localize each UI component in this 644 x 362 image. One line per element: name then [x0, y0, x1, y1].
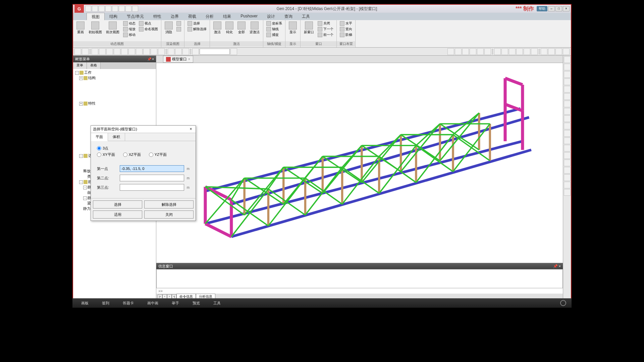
qb-tool13-icon[interactable]	[182, 48, 189, 55]
tab-pushover[interactable]: Pushover	[236, 13, 262, 20]
qb-r10-icon[interactable]	[516, 48, 523, 55]
tab-structure[interactable]: 结构	[105, 13, 122, 20]
rtb-19-icon[interactable]	[564, 189, 571, 196]
rtb-10-icon[interactable]	[564, 123, 571, 129]
ucs-button[interactable]: 坐标系	[265, 21, 283, 26]
info-close-icon[interactable]: ×	[559, 264, 561, 268]
zoom-button[interactable]: 缩放	[122, 26, 137, 32]
qb-tool10-icon[interactable]	[158, 48, 165, 55]
qb-tool2-icon[interactable]	[99, 48, 106, 55]
rtb-16-icon[interactable]	[564, 167, 571, 174]
dialog-close-button[interactable]: ×	[188, 127, 194, 132]
named-view-button[interactable]: 命名视图	[138, 26, 159, 32]
qb-r4-icon[interactable]	[470, 48, 476, 55]
dynamic-button[interactable]: 动态	[122, 21, 137, 26]
rtb-9-icon[interactable]	[564, 115, 571, 122]
tab-analysis[interactable]: 分析	[201, 13, 218, 20]
close-button[interactable]: ×	[563, 6, 570, 11]
initial-view-button[interactable]: 初始视图	[87, 21, 103, 35]
tab-query[interactable]: 查询	[280, 13, 297, 20]
input-point2[interactable]	[120, 175, 184, 181]
qb-r3-icon[interactable]	[462, 48, 469, 55]
qat-open-icon[interactable]	[92, 6, 98, 12]
prev-window-button[interactable]: 前一个	[317, 32, 334, 38]
rtb-5-icon[interactable]	[564, 86, 571, 93]
qb-redo-icon[interactable]	[82, 48, 89, 55]
tab-view[interactable]: 视图	[87, 13, 105, 20]
tab-design[interactable]: 设计	[262, 13, 280, 20]
3d-canvas[interactable]	[156, 63, 563, 263]
select-button[interactable]: 选择	[93, 200, 142, 208]
close-button[interactable]: 关闭	[144, 210, 194, 219]
qb-tool9-icon[interactable]	[151, 48, 157, 55]
snap-button[interactable]: 捕捉	[265, 32, 283, 38]
qb-r9-icon[interactable]	[509, 48, 516, 55]
render-opt-button[interactable]	[175, 21, 182, 26]
rtb-12-icon[interactable]	[564, 137, 571, 144]
radio-3point[interactable]: 3点	[97, 146, 108, 151]
qb-r15-icon[interactable]	[555, 48, 562, 55]
tb-pip[interactable]: 画中画	[144, 300, 162, 307]
qb-tool11-icon[interactable]	[168, 48, 174, 55]
rtb-1-icon[interactable]	[564, 56, 571, 63]
rtb-15-icon[interactable]	[564, 160, 571, 166]
qb-combo1[interactable]	[200, 49, 230, 55]
rtb-7-icon[interactable]	[564, 101, 571, 107]
qb-tool4-icon[interactable]	[114, 48, 120, 55]
qb-tool3-icon[interactable]	[106, 48, 113, 55]
dialog-tab-volume[interactable]: 体积	[108, 133, 125, 141]
radio-yz[interactable]: YZ平面	[149, 152, 167, 157]
tab-tools[interactable]: 工具	[297, 13, 315, 20]
viewport-tab-model[interactable]: 模型窗口 ×	[163, 56, 193, 63]
unselect-button[interactable]: 解除选择	[144, 200, 194, 208]
qb-tool12-icon[interactable]	[175, 48, 182, 55]
tb-tools[interactable]: 工具	[210, 300, 224, 307]
qb-r12-icon[interactable]	[531, 48, 538, 55]
tab-load[interactable]: 荷载	[183, 13, 201, 20]
qb-r11-icon[interactable]	[524, 48, 530, 55]
tb-power-icon[interactable]	[560, 300, 566, 306]
rtb-17-icon[interactable]	[564, 174, 571, 181]
deactivate-button[interactable]: 钝化	[224, 21, 235, 35]
new-window-button[interactable]: 新窗口	[303, 21, 315, 35]
redraw-button[interactable]: 重画	[75, 21, 86, 35]
qat-zoom-icon[interactable]	[125, 6, 131, 12]
hidden-button[interactable]: 消隐	[163, 21, 174, 35]
tb-answer[interactable]: 答题卡	[119, 300, 137, 307]
tab-boundary[interactable]: 边界	[166, 13, 183, 20]
rtb-4-icon[interactable]	[564, 78, 571, 85]
rtb-11-icon[interactable]	[564, 130, 571, 137]
qat-undo-icon[interactable]	[105, 6, 111, 12]
next-window-button[interactable]: 下一个	[317, 26, 334, 32]
display-button[interactable]: 显示	[287, 21, 298, 35]
qb-r5-icon[interactable]	[477, 48, 484, 55]
activate-button[interactable]: 激活	[212, 21, 223, 35]
viewpoint-button[interactable]: 视点	[138, 21, 159, 26]
qb-r2-icon[interactable]	[455, 48, 462, 55]
qb-tool6-icon[interactable]	[128, 48, 135, 55]
rtb-3-icon[interactable]	[564, 71, 571, 78]
qat-save-icon[interactable]	[99, 6, 105, 12]
tab-node-element[interactable]: 节点/单元	[122, 13, 149, 20]
qb-undo-icon[interactable]	[74, 48, 81, 55]
rtb-2-icon[interactable]	[564, 64, 571, 70]
render-opt2-button[interactable]	[175, 26, 182, 32]
qb-tool1-icon[interactable]	[92, 48, 98, 55]
qb-tool7-icon[interactable]	[136, 48, 143, 55]
tb-signin[interactable]: 签到	[99, 300, 113, 307]
qb-r13-icon[interactable]	[541, 48, 547, 55]
tab-property[interactable]: 特性	[149, 13, 166, 20]
horizontal-button[interactable]: 水平	[339, 21, 353, 26]
close-window-button[interactable]: 关闭	[317, 21, 334, 26]
move-button[interactable]: 移动	[122, 32, 137, 38]
rtb-6-icon[interactable]	[564, 93, 571, 100]
tb-preview[interactable]: 预览	[189, 300, 203, 307]
inverse-button[interactable]: 逆激活	[248, 21, 261, 35]
qb-r1-icon[interactable]	[447, 48, 454, 55]
info-prompt[interactable]: >>	[156, 288, 563, 294]
qb-tool15-icon[interactable]	[230, 48, 237, 55]
radio-xz[interactable]: XZ平面	[123, 152, 141, 157]
rtb-13-icon[interactable]	[564, 145, 571, 152]
tb-canvas[interactable]: 画板	[78, 300, 92, 307]
qb-tool14-icon[interactable]	[192, 48, 199, 55]
